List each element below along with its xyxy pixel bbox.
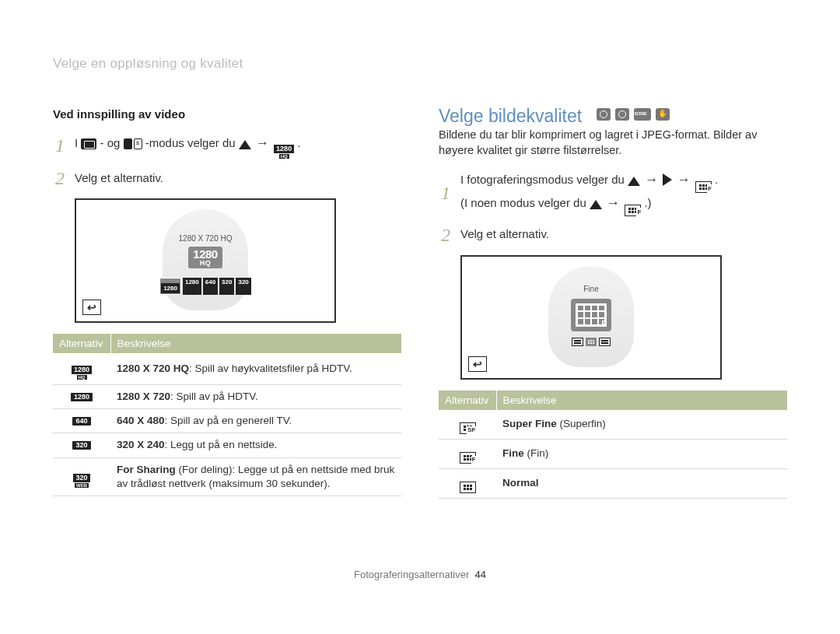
table-row: F Fine (Fin) — [439, 439, 787, 468]
option-desc-cell: For Sharing (For deling): Legge ut på en… — [110, 457, 401, 496]
option-icon-cell: 320 — [53, 433, 110, 457]
footer-section: Fotograferingsalternativer — [354, 569, 469, 580]
option-icon-cell — [439, 468, 496, 498]
table-row: SF Super Fine (Superfin) — [439, 410, 787, 440]
page-number: 44 — [474, 569, 485, 580]
th-beskrivelse: Beskrivelse — [496, 391, 787, 410]
option-desc-cell: 1280 X 720: Spill av på HDTV. — [110, 385, 401, 409]
up-icon — [628, 177, 640, 186]
section-heading-row: Velge bildekvalitet — [439, 106, 787, 127]
th-alternativ: Alternativ — [53, 334, 110, 353]
right-icon — [663, 173, 672, 186]
quality-option[interactable] — [599, 338, 611, 347]
smart-video-mode-icon: S — [124, 138, 142, 149]
selected-resolution-chip: 1280 HQ — [188, 247, 222, 268]
quality-option[interactable] — [572, 338, 583, 347]
table-row: 320WEB For Sharing (For deling): Legge u… — [53, 457, 401, 496]
table-row: 1280HQ 1280 X 720 HQ: Spill av høykvalit… — [53, 353, 401, 385]
table-row: 320 320 X 240: Legg ut på en nettside. — [53, 433, 401, 457]
resolution-chip-icon: 1280HQ — [274, 145, 294, 159]
step-number: 2 — [439, 221, 453, 249]
dual-is-mode-icon — [656, 108, 670, 121]
step-number: 2 — [53, 164, 67, 192]
quality-option[interactable] — [586, 338, 597, 347]
table-header-row: Alternativ Beskrivelse — [439, 391, 787, 410]
resolution-option[interactable]: 1280 — [183, 278, 201, 295]
left-step-2: 2 Velg et alternativ. — [53, 164, 401, 192]
option-icon-cell: 640 — [53, 409, 110, 433]
selected-quality-chip: F — [571, 299, 611, 331]
resolution-option[interactable]: 320 — [236, 278, 250, 295]
table-row: 640 640 X 480: Spill av på en generell T… — [53, 409, 401, 433]
subheading-video: Ved innspilling av video — [53, 107, 401, 121]
right-column: Velge bildekvalitet Bildene du tar blir … — [439, 56, 787, 499]
video-options-table: Alternativ Beskrivelse 1280HQ 1280 X 720… — [53, 334, 401, 496]
option-desc-cell: 320 X 240: Legg ut på en nettside. — [110, 433, 401, 457]
quality-chip-icon: F — [625, 205, 641, 216]
table-row: 1280 1280 X 720: Spill av på HDTV. — [53, 385, 401, 409]
option-icon-cell: F — [439, 439, 496, 468]
up-icon — [590, 200, 602, 209]
option-desc-cell: Normal — [496, 468, 787, 498]
option-icon-cell: 320WEB — [53, 457, 110, 496]
table-header-row: Alternativ Beskrivelse — [53, 334, 401, 353]
back-button[interactable]: ↩ — [82, 299, 101, 315]
video-screen-preview: 1280 X 720 HQ 1280 HQ 1280 1280 640 320 … — [75, 198, 336, 323]
section-heading: Velge bildekvalitet — [439, 106, 582, 126]
table-row: Normal — [439, 468, 787, 498]
up-icon — [239, 140, 251, 149]
scene-mode-icon — [634, 108, 651, 121]
resolution-option[interactable]: 640 — [203, 278, 218, 295]
th-alternativ: Alternativ — [439, 391, 496, 410]
quality-chip-icon: F — [695, 181, 712, 193]
left-step-1: 1 I - og S -modus velger du → 1280HQ . — [53, 131, 401, 159]
option-icon-cell: 1280 — [53, 385, 110, 409]
option-desc-cell: Fine (Fin) — [496, 439, 787, 468]
back-button[interactable]: ↩ — [468, 356, 487, 372]
step-text: I - og S -modus velger du → 1280HQ . — [75, 133, 300, 159]
step-text: I fotograferingsmodus velger du → → F . … — [460, 170, 718, 216]
th-beskrivelse: Beskrivelse — [110, 334, 401, 353]
option-icon-cell: SF — [439, 410, 496, 440]
step-text: Velg et alternativ. — [75, 170, 163, 187]
screen-label: Fine — [583, 285, 598, 293]
resolution-option[interactable]: 320 — [219, 278, 234, 295]
quality-options-table: Alternativ Beskrivelse SF Super Fine (Su… — [439, 391, 787, 499]
step-text: Velg et alternativ. — [460, 226, 549, 243]
step-number: 1 — [439, 179, 453, 207]
footer: Fotograferingsalternativer 44 — [0, 569, 840, 580]
program-mode-icon — [615, 108, 629, 121]
left-column: Velge en oppløsning og kvalitet Ved inns… — [53, 56, 401, 499]
breadcrumb: Velge en oppløsning og kvalitet — [53, 56, 401, 72]
option-desc-cell: 640 X 480: Spill av på en generell TV. — [110, 409, 401, 433]
quality-screen-preview: Fine F ↩ — [460, 255, 722, 380]
right-step-1: 1 I fotograferingsmodus velger du → → F … — [439, 170, 787, 216]
camera-mode-icon — [597, 108, 611, 121]
step-number: 1 — [53, 131, 67, 159]
quality-chip-row — [572, 338, 611, 347]
resolution-option[interactable]: 1280 — [159, 278, 181, 295]
screen-label: 1280 X 720 HQ — [179, 234, 233, 243]
page: Velge en oppløsning og kvalitet Ved inns… — [0, 0, 840, 522]
intro-text: Bildene du tar blir komprimert og lagret… — [439, 127, 787, 159]
right-step-2: 2 Velg et alternativ. — [439, 221, 787, 249]
option-desc-cell: Super Fine (Superfin) — [496, 410, 787, 440]
option-desc-cell: 1280 X 720 HQ: Spill av høykvalitetsfile… — [110, 353, 401, 385]
resolution-chip-row: 1280 1280 640 320 320 — [159, 278, 251, 295]
video-mode-icon — [81, 138, 96, 149]
option-icon-cell: 1280HQ — [53, 353, 110, 385]
mode-icons — [597, 108, 670, 121]
